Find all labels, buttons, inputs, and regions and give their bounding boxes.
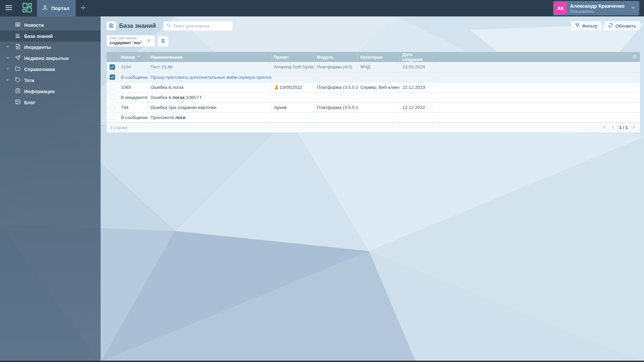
cell-number: В сообщении (118, 112, 148, 122)
cell-created: 13.03.2024 (399, 62, 433, 72)
cell-project: Amazing Soft System (271, 62, 314, 72)
filter-button-label: Фильтр (582, 23, 597, 28)
user-role: Пользователь (570, 9, 625, 13)
filter-chip: Текст для поиска: содержит 'лог' (107, 35, 155, 47)
cell-module (314, 112, 358, 122)
cell-categories (358, 72, 399, 82)
library-icon (15, 33, 21, 40)
next-page-button[interactable] (631, 124, 637, 131)
column-header[interactable]: Категории (358, 52, 399, 62)
avatar: АК (554, 2, 567, 14)
first-page-icon (602, 124, 607, 131)
tab-portal-label: Портал (51, 5, 69, 11)
close-icon (146, 38, 151, 44)
sidebar-item-label: Новости (24, 22, 44, 28)
sidebar-item-tags[interactable]: Теги (0, 75, 101, 86)
folder-icon (15, 66, 21, 73)
column-settings-button[interactable] (632, 54, 637, 60)
cell-module: Платформа (4.0) (314, 62, 358, 72)
search-input[interactable] (173, 23, 230, 28)
table-row[interactable]: 1065Ошибка в логах13/05/2022Платформа (3… (107, 82, 640, 92)
page-title-icon-chip (107, 21, 116, 31)
results-table-card: НомерНаименованиеПроектМодульКатегорииДа… (107, 52, 640, 132)
filter-chip-value: содержит 'лог' (110, 40, 142, 45)
table-row[interactable]: В сообщенииПрошу приложить дополнительны… (107, 72, 640, 82)
cell-categories (358, 112, 399, 122)
user-menu[interactable]: АК Александр Кравченко Пользователь (553, 1, 640, 15)
row-checkbox[interactable] (110, 74, 115, 80)
table-body: 1104Тест 23.48Amazing Soft SystemПлатфор… (107, 62, 640, 122)
cell-categories (358, 92, 399, 102)
select-all-column (107, 52, 118, 62)
table-row[interactable]: В сообщенииПриложите логи (107, 112, 640, 122)
sidebar-item-label: Блог (24, 100, 35, 105)
sidebar-item-incidents[interactable]: Инциденты (0, 42, 101, 53)
row-checkbox[interactable] (110, 95, 115, 100)
sidebar-item-information[interactable]: Информация (0, 86, 101, 97)
chevron-left-icon (610, 124, 616, 131)
sidebar-item-knowledge-base[interactable]: База знаний (0, 31, 101, 42)
filter-button[interactable]: Фильтр (571, 21, 601, 31)
sidebar-item-recently-closed[interactable]: Недавно закрытые (0, 53, 101, 64)
filter-chip-remove-button[interactable] (146, 37, 152, 45)
cell-created: 12.12.2022 (399, 102, 433, 112)
cell-created (399, 112, 433, 122)
table-row[interactable]: 1104Тест 23.48Amazing Soft SystemПлатфор… (107, 62, 640, 72)
column-header[interactable]: Модуль (314, 52, 358, 62)
plus-icon (79, 4, 87, 12)
prev-page-button[interactable] (610, 124, 616, 131)
table-row[interactable]: В инцидентеОшибка в логах 1065 f f (107, 92, 640, 102)
row-checkbox[interactable] (110, 105, 115, 110)
table-footer: 3 строки 1 / 1 (107, 123, 640, 132)
user-info: Александр Кравченко Пользователь (570, 3, 625, 13)
row-checkbox[interactable] (110, 84, 115, 90)
sidebar-item-news[interactable]: Новости (0, 19, 101, 31)
add-tab-button[interactable] (76, 0, 91, 16)
column-header[interactable]: Дата создания (399, 52, 433, 62)
trash-icon (160, 38, 166, 45)
row-checkbox[interactable] (110, 115, 115, 120)
cell-created (399, 92, 433, 102)
cell-module (314, 92, 358, 102)
cell-name: Прошу приложить дополнительные логи серв… (148, 72, 271, 82)
column-header[interactable]: Проект (271, 52, 314, 62)
search-box[interactable] (163, 21, 232, 31)
column-header[interactable]: Номер (118, 52, 148, 62)
cell-name: Ошибка в логах 1065 f f (148, 92, 271, 102)
bottom-edge (0, 361, 644, 362)
column-header[interactable]: Наименование (148, 52, 271, 62)
cell-project (271, 92, 314, 102)
sort-descending-icon (137, 54, 141, 60)
cell-categories: МЧД (358, 62, 399, 72)
table-row[interactable]: 744Ошибка при создании карточкиАрхивПлат… (107, 102, 640, 112)
page-title: База знаний (119, 22, 156, 29)
cell-project: Архив (271, 102, 314, 112)
sidebar-item-blog[interactable]: Блог (0, 97, 101, 108)
person-icon (42, 4, 48, 12)
chevron-down-icon (5, 77, 10, 83)
sidebar-item-label: Инциденты (24, 45, 51, 50)
sidebar-item-label: База знаний (24, 34, 53, 39)
tab-portal[interactable]: Портал (37, 0, 76, 16)
cell-number: В сообщении (118, 72, 148, 82)
sidebar: НовостиБаза знанийИнцидентыНедавно закры… (0, 16, 101, 362)
clear-filters-button[interactable] (158, 36, 168, 47)
main-menu-button[interactable] (0, 0, 17, 16)
filter-chip-text: Текст для поиска: содержит 'лог' (110, 36, 142, 45)
top-bar: Портал АК Александр Кравченко Пользовате… (0, 0, 644, 16)
table-header-row: НомерНаименованиеПроектМодульКатегорииДа… (107, 52, 640, 62)
image-icon (15, 99, 21, 106)
chevron-right-icon (631, 124, 637, 131)
topbar-spacer (91, 0, 553, 16)
cell-number: 1104 (118, 62, 148, 72)
cell-name: Тест 23.48 (148, 62, 271, 72)
row-checkbox[interactable] (110, 64, 115, 70)
results-table: НомерНаименованиеПроектМодульКатегорииДа… (107, 52, 640, 123)
cell-number: 744 (118, 102, 148, 112)
table-header: НомерНаименованиеПроектМодульКатегорииДа… (107, 52, 640, 62)
first-page-button[interactable] (602, 124, 607, 131)
sidebar-item-directories[interactable]: Справочники (0, 64, 101, 75)
cell-empty (433, 112, 640, 122)
file-text-icon (15, 44, 21, 51)
refresh-button[interactable]: Обновить (604, 21, 640, 31)
